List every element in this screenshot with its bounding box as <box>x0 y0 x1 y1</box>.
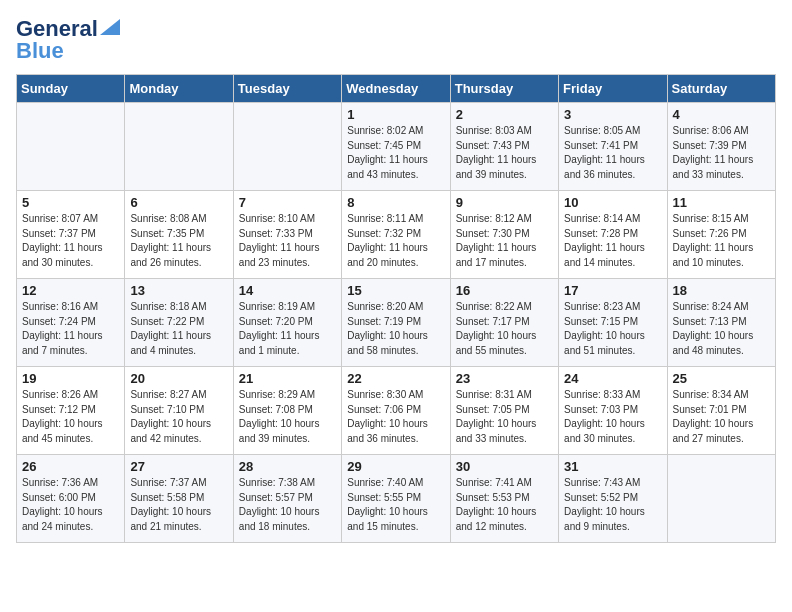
calendar-cell: 15Sunrise: 8:20 AM Sunset: 7:19 PM Dayli… <box>342 279 450 367</box>
calendar-cell: 9Sunrise: 8:12 AM Sunset: 7:30 PM Daylig… <box>450 191 558 279</box>
day-info: Sunrise: 8:26 AM Sunset: 7:12 PM Dayligh… <box>22 388 119 446</box>
day-number: 15 <box>347 283 444 298</box>
calendar-cell: 10Sunrise: 8:14 AM Sunset: 7:28 PM Dayli… <box>559 191 667 279</box>
day-number: 10 <box>564 195 661 210</box>
day-info: Sunrise: 8:12 AM Sunset: 7:30 PM Dayligh… <box>456 212 553 270</box>
calendar-cell: 29Sunrise: 7:40 AM Sunset: 5:55 PM Dayli… <box>342 455 450 543</box>
calendar-cell: 27Sunrise: 7:37 AM Sunset: 5:58 PM Dayli… <box>125 455 233 543</box>
logo-icon <box>100 19 120 35</box>
day-info: Sunrise: 8:18 AM Sunset: 7:22 PM Dayligh… <box>130 300 227 358</box>
calendar-week-3: 12Sunrise: 8:16 AM Sunset: 7:24 PM Dayli… <box>17 279 776 367</box>
day-info: Sunrise: 7:38 AM Sunset: 5:57 PM Dayligh… <box>239 476 336 534</box>
logo: General Blue <box>16 16 120 64</box>
day-number: 28 <box>239 459 336 474</box>
calendar-cell: 30Sunrise: 7:41 AM Sunset: 5:53 PM Dayli… <box>450 455 558 543</box>
calendar-cell: 14Sunrise: 8:19 AM Sunset: 7:20 PM Dayli… <box>233 279 341 367</box>
day-number: 4 <box>673 107 770 122</box>
calendar-week-1: 1Sunrise: 8:02 AM Sunset: 7:45 PM Daylig… <box>17 103 776 191</box>
day-info: Sunrise: 8:16 AM Sunset: 7:24 PM Dayligh… <box>22 300 119 358</box>
day-info: Sunrise: 7:43 AM Sunset: 5:52 PM Dayligh… <box>564 476 661 534</box>
day-info: Sunrise: 8:10 AM Sunset: 7:33 PM Dayligh… <box>239 212 336 270</box>
day-number: 7 <box>239 195 336 210</box>
calendar-cell: 25Sunrise: 8:34 AM Sunset: 7:01 PM Dayli… <box>667 367 775 455</box>
day-number: 1 <box>347 107 444 122</box>
day-info: Sunrise: 8:33 AM Sunset: 7:03 PM Dayligh… <box>564 388 661 446</box>
day-info: Sunrise: 8:05 AM Sunset: 7:41 PM Dayligh… <box>564 124 661 182</box>
day-info: Sunrise: 8:08 AM Sunset: 7:35 PM Dayligh… <box>130 212 227 270</box>
calendar-table: SundayMondayTuesdayWednesdayThursdayFrid… <box>16 74 776 543</box>
day-number: 18 <box>673 283 770 298</box>
day-info: Sunrise: 8:27 AM Sunset: 7:10 PM Dayligh… <box>130 388 227 446</box>
calendar-cell <box>125 103 233 191</box>
day-number: 24 <box>564 371 661 386</box>
day-number: 27 <box>130 459 227 474</box>
day-number: 20 <box>130 371 227 386</box>
day-info: Sunrise: 7:41 AM Sunset: 5:53 PM Dayligh… <box>456 476 553 534</box>
weekday-header-friday: Friday <box>559 75 667 103</box>
day-info: Sunrise: 8:02 AM Sunset: 7:45 PM Dayligh… <box>347 124 444 182</box>
weekday-header-monday: Monday <box>125 75 233 103</box>
calendar-cell <box>233 103 341 191</box>
logo-blue: Blue <box>16 38 64 64</box>
calendar-cell: 20Sunrise: 8:27 AM Sunset: 7:10 PM Dayli… <box>125 367 233 455</box>
day-number: 26 <box>22 459 119 474</box>
weekday-header-saturday: Saturday <box>667 75 775 103</box>
day-info: Sunrise: 7:40 AM Sunset: 5:55 PM Dayligh… <box>347 476 444 534</box>
calendar-cell: 4Sunrise: 8:06 AM Sunset: 7:39 PM Daylig… <box>667 103 775 191</box>
calendar-cell: 24Sunrise: 8:33 AM Sunset: 7:03 PM Dayli… <box>559 367 667 455</box>
calendar-cell <box>667 455 775 543</box>
day-info: Sunrise: 8:11 AM Sunset: 7:32 PM Dayligh… <box>347 212 444 270</box>
calendar-cell: 1Sunrise: 8:02 AM Sunset: 7:45 PM Daylig… <box>342 103 450 191</box>
calendar-cell: 23Sunrise: 8:31 AM Sunset: 7:05 PM Dayli… <box>450 367 558 455</box>
calendar-cell: 17Sunrise: 8:23 AM Sunset: 7:15 PM Dayli… <box>559 279 667 367</box>
day-number: 16 <box>456 283 553 298</box>
day-number: 5 <box>22 195 119 210</box>
calendar-cell: 11Sunrise: 8:15 AM Sunset: 7:26 PM Dayli… <box>667 191 775 279</box>
day-info: Sunrise: 7:36 AM Sunset: 6:00 PM Dayligh… <box>22 476 119 534</box>
calendar-week-5: 26Sunrise: 7:36 AM Sunset: 6:00 PM Dayli… <box>17 455 776 543</box>
calendar-cell: 3Sunrise: 8:05 AM Sunset: 7:41 PM Daylig… <box>559 103 667 191</box>
day-info: Sunrise: 8:03 AM Sunset: 7:43 PM Dayligh… <box>456 124 553 182</box>
day-number: 17 <box>564 283 661 298</box>
calendar-cell: 7Sunrise: 8:10 AM Sunset: 7:33 PM Daylig… <box>233 191 341 279</box>
day-info: Sunrise: 8:14 AM Sunset: 7:28 PM Dayligh… <box>564 212 661 270</box>
calendar-week-4: 19Sunrise: 8:26 AM Sunset: 7:12 PM Dayli… <box>17 367 776 455</box>
calendar-cell <box>17 103 125 191</box>
day-info: Sunrise: 8:15 AM Sunset: 7:26 PM Dayligh… <box>673 212 770 270</box>
calendar-cell: 13Sunrise: 8:18 AM Sunset: 7:22 PM Dayli… <box>125 279 233 367</box>
day-number: 19 <box>22 371 119 386</box>
calendar-cell: 8Sunrise: 8:11 AM Sunset: 7:32 PM Daylig… <box>342 191 450 279</box>
day-info: Sunrise: 7:37 AM Sunset: 5:58 PM Dayligh… <box>130 476 227 534</box>
calendar-cell: 5Sunrise: 8:07 AM Sunset: 7:37 PM Daylig… <box>17 191 125 279</box>
calendar-cell: 28Sunrise: 7:38 AM Sunset: 5:57 PM Dayli… <box>233 455 341 543</box>
calendar-week-2: 5Sunrise: 8:07 AM Sunset: 7:37 PM Daylig… <box>17 191 776 279</box>
day-number: 12 <box>22 283 119 298</box>
day-number: 23 <box>456 371 553 386</box>
day-info: Sunrise: 8:07 AM Sunset: 7:37 PM Dayligh… <box>22 212 119 270</box>
calendar-cell: 19Sunrise: 8:26 AM Sunset: 7:12 PM Dayli… <box>17 367 125 455</box>
weekday-header-thursday: Thursday <box>450 75 558 103</box>
page-header: General Blue <box>16 16 776 64</box>
day-number: 30 <box>456 459 553 474</box>
weekday-header-sunday: Sunday <box>17 75 125 103</box>
day-info: Sunrise: 8:22 AM Sunset: 7:17 PM Dayligh… <box>456 300 553 358</box>
weekday-header-row: SundayMondayTuesdayWednesdayThursdayFrid… <box>17 75 776 103</box>
day-info: Sunrise: 8:34 AM Sunset: 7:01 PM Dayligh… <box>673 388 770 446</box>
calendar-cell: 18Sunrise: 8:24 AM Sunset: 7:13 PM Dayli… <box>667 279 775 367</box>
day-number: 29 <box>347 459 444 474</box>
day-info: Sunrise: 8:24 AM Sunset: 7:13 PM Dayligh… <box>673 300 770 358</box>
day-number: 2 <box>456 107 553 122</box>
day-number: 11 <box>673 195 770 210</box>
day-number: 3 <box>564 107 661 122</box>
day-number: 21 <box>239 371 336 386</box>
day-number: 6 <box>130 195 227 210</box>
day-number: 8 <box>347 195 444 210</box>
calendar-cell: 22Sunrise: 8:30 AM Sunset: 7:06 PM Dayli… <box>342 367 450 455</box>
day-info: Sunrise: 8:29 AM Sunset: 7:08 PM Dayligh… <box>239 388 336 446</box>
calendar-cell: 16Sunrise: 8:22 AM Sunset: 7:17 PM Dayli… <box>450 279 558 367</box>
day-info: Sunrise: 8:19 AM Sunset: 7:20 PM Dayligh… <box>239 300 336 358</box>
day-info: Sunrise: 8:06 AM Sunset: 7:39 PM Dayligh… <box>673 124 770 182</box>
weekday-header-tuesday: Tuesday <box>233 75 341 103</box>
calendar-cell: 26Sunrise: 7:36 AM Sunset: 6:00 PM Dayli… <box>17 455 125 543</box>
day-number: 13 <box>130 283 227 298</box>
